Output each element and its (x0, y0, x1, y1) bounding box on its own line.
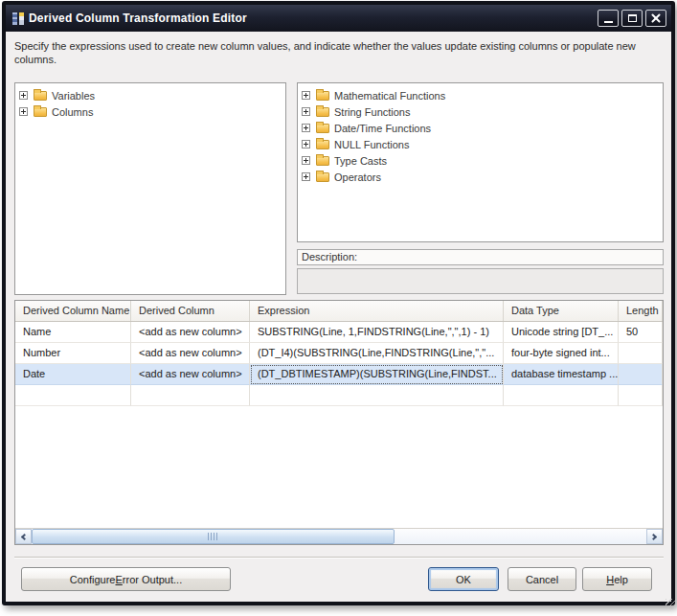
tree-item-mathematical-functions[interactable]: Mathematical Functions (298, 87, 663, 103)
description-label: Description: (302, 251, 357, 262)
folder-icon (34, 91, 47, 101)
tree-item-label: Columns (52, 106, 93, 118)
cell-expression[interactable]: (DT_I4)(SUBSTRING(Line,FINDSTRING(Line,"… (250, 343, 504, 364)
cell-data-type[interactable] (504, 385, 619, 406)
tree-item-label: Mathematical Functions (334, 90, 445, 102)
column-header-data-type: Data Type (504, 301, 619, 321)
cell-data-type[interactable]: database timestamp ... (504, 364, 619, 385)
dialog-window: Derived Column Transformation Editor Spe… (2, 1, 675, 605)
expand-icon[interactable] (302, 140, 310, 148)
tree-item-label: Operators (334, 171, 381, 183)
derived-columns-grid: Derived Column Name Derived Column Expre… (14, 300, 664, 545)
cell-derived-column[interactable]: <add as new column> (131, 364, 250, 385)
tree-item-label: NULL Functions (334, 139, 409, 150)
cell-length[interactable] (619, 385, 663, 406)
grid-row-number: Number <add as new column> (DT_I4)(SUBST… (15, 343, 663, 364)
scroll-left-button[interactable] (15, 529, 32, 544)
cell-expression[interactable]: SUBSTRING(Line, 1,FINDSTRING(Line,",",1)… (250, 322, 504, 343)
folder-icon (34, 107, 47, 117)
expand-icon[interactable] (302, 124, 310, 132)
folder-icon (316, 156, 329, 166)
close-button[interactable] (645, 10, 666, 27)
resize-grip-icon[interactable] (666, 599, 676, 609)
tree-item-variables[interactable]: Variables (15, 87, 285, 103)
tree-item-operators[interactable]: Operators (298, 169, 663, 185)
variables-columns-tree: Variables Columns (14, 82, 286, 295)
grid-empty-area[interactable] (15, 406, 663, 528)
button-label: Configure (70, 574, 116, 585)
cell-derived-column-name[interactable]: Name (15, 322, 131, 343)
scroll-left-icon (21, 533, 28, 539)
cancel-button[interactable]: Cancel (508, 567, 576, 591)
button-label: rror Output... (123, 574, 182, 585)
help-button[interactable]: Help (582, 567, 652, 591)
tree-item-type-casts[interactable]: Type Casts (298, 152, 663, 169)
button-label: elp (614, 574, 628, 585)
column-header-derived-column-name: Derived Column Name (15, 301, 131, 321)
cell-derived-column[interactable]: <add as new column> (131, 322, 250, 343)
grid-row-name: Name <add as new column> SUBSTRING(Line,… (15, 322, 663, 343)
tree-item-string-functions[interactable]: String Functions (298, 103, 663, 120)
cell-data-type[interactable]: four-byte signed int... (504, 343, 619, 364)
minimize-icon (604, 21, 613, 23)
description-panel-header: Description: (297, 249, 664, 265)
column-header-length: Length (619, 301, 663, 321)
divider (14, 557, 664, 559)
description-panel-content (297, 268, 664, 294)
cell-derived-column[interactable]: <add as new column> (131, 343, 250, 364)
window-title: Derived Column Transformation Editor (29, 11, 595, 25)
functions-tree: Mathematical Functions String Functions … (297, 82, 664, 242)
scrollbar-track[interactable] (32, 529, 646, 544)
minimize-button[interactable] (598, 10, 619, 27)
tree-item-label: Variables (52, 90, 95, 102)
ok-button[interactable]: OK (428, 567, 499, 591)
folder-icon (316, 124, 329, 133)
grid-header-row: Derived Column Name Derived Column Expre… (15, 301, 663, 322)
tree-item-label: String Functions (334, 106, 410, 118)
cell-expression-focused[interactable]: (DT_DBTIMESTAMP)(SUBSTRING(Line,FINDST..… (250, 364, 504, 385)
expand-icon[interactable] (302, 107, 310, 116)
scrollbar-thumb[interactable] (32, 529, 395, 544)
cell-length[interactable] (619, 343, 663, 364)
scroll-right-icon (650, 533, 657, 539)
derived-column-app-icon (12, 12, 24, 25)
expand-icon[interactable] (302, 91, 310, 100)
close-icon (651, 13, 661, 23)
expand-icon[interactable] (302, 156, 310, 165)
tree-item-label: Type Casts (334, 155, 387, 167)
expand-icon[interactable] (19, 91, 28, 100)
cell-length[interactable]: 50 (619, 322, 663, 343)
column-header-derived-column: Derived Column (131, 301, 250, 321)
cell-derived-column-name[interactable] (15, 385, 131, 406)
titlebar[interactable]: Derived Column Transformation Editor (6, 5, 671, 32)
button-mnemonic: H (606, 574, 614, 585)
folder-icon (316, 172, 329, 182)
grid-row-empty[interactable] (15, 385, 663, 406)
thumb-grip-icon (208, 533, 217, 540)
cell-derived-column-name[interactable]: Number (15, 343, 131, 364)
cell-derived-column[interactable] (131, 385, 250, 406)
tree-item-columns[interactable]: Columns (15, 103, 285, 120)
folder-icon (316, 91, 329, 101)
dialog-description: Specify the expressions used to create n… (14, 39, 660, 66)
dialog-body: Specify the expressions used to create n… (6, 32, 671, 602)
tree-item-date-time-functions[interactable]: Date/Time Functions (298, 120, 663, 136)
maximize-icon (628, 14, 637, 22)
tree-item-null-functions[interactable]: NULL Functions (298, 136, 663, 152)
tree-item-label: Date/Time Functions (334, 123, 431, 134)
configure-error-output-button[interactable]: Configure Error Output... (21, 567, 231, 591)
button-mnemonic: E (116, 574, 123, 585)
horizontal-scrollbar[interactable] (15, 528, 663, 544)
cell-data-type[interactable]: Unicode string [DT_... (504, 322, 619, 343)
scroll-right-button[interactable] (646, 529, 663, 544)
folder-icon (316, 107, 329, 117)
folder-icon (316, 140, 329, 149)
cell-derived-column-name[interactable]: Date (15, 364, 131, 385)
maximize-button[interactable] (621, 10, 643, 27)
expand-icon[interactable] (19, 107, 28, 116)
cell-length[interactable] (619, 364, 663, 385)
expand-icon[interactable] (302, 172, 310, 181)
column-header-expression: Expression (250, 301, 504, 321)
cell-expression[interactable] (250, 385, 504, 406)
window-controls (595, 10, 666, 27)
